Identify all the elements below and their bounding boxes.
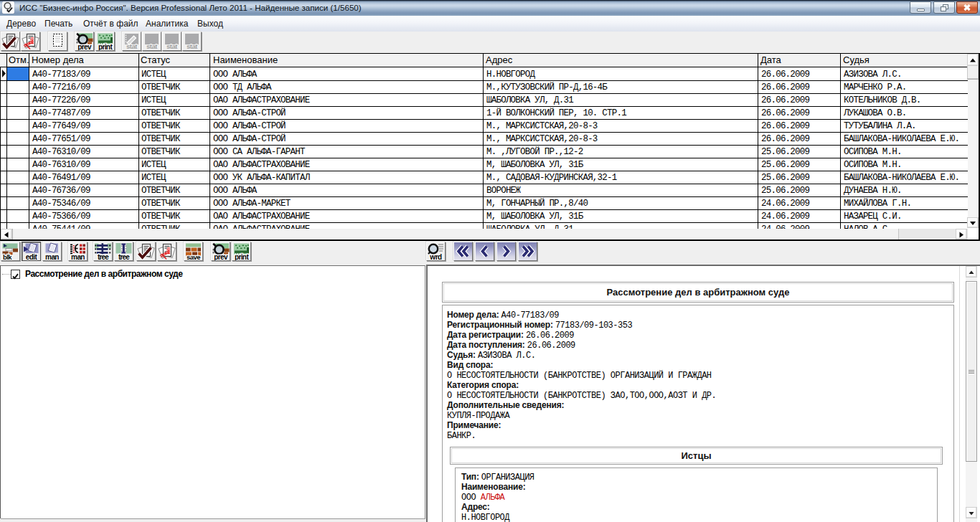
svg-text:blk: blk	[3, 253, 12, 261]
svg-text:prev: prev	[77, 43, 92, 50]
svg-text:man: man	[71, 253, 85, 260]
svg-text:tree: tree	[118, 253, 129, 260]
svg-text:print: print	[98, 43, 112, 50]
svg-text:man: man	[45, 253, 59, 260]
svg-text:edit: edit	[26, 253, 38, 260]
svg-text:stat: stat	[126, 42, 138, 50]
svg-text:tree: tree	[98, 253, 109, 260]
svg-text:save: save	[187, 253, 200, 260]
svg-text:print: print	[235, 253, 249, 260]
svg-text:stat: stat	[166, 42, 178, 50]
svg-text:prev: prev	[214, 253, 228, 260]
svg-text:wrd: wrd	[429, 253, 442, 260]
svg-text:stat: stat	[187, 42, 198, 50]
svg-text:stat: stat	[146, 42, 158, 50]
